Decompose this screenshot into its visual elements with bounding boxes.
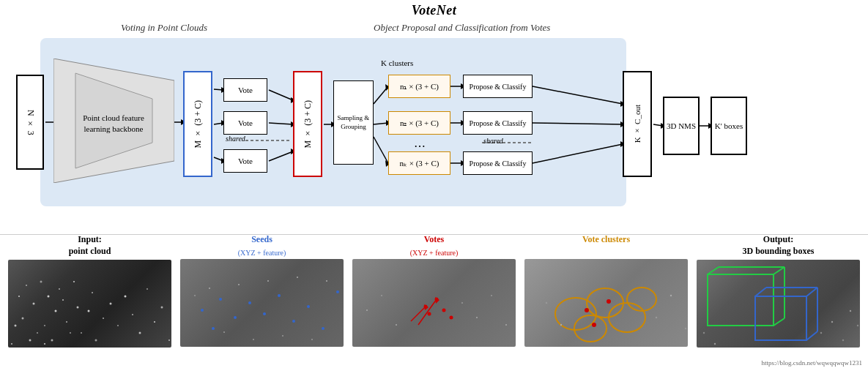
svg-point-59: [62, 299, 64, 301]
vote-box-1: Vote: [223, 78, 267, 102]
backbone-svg: Point cloud feature learning backbone: [53, 59, 174, 183]
votes-image: [352, 259, 516, 347]
svg-point-61: [73, 281, 75, 282]
svg-point-105: [449, 315, 453, 319]
svg-point-79: [168, 339, 170, 341]
svg-point-63: [14, 325, 16, 327]
svg-point-47: [32, 303, 34, 305]
svg-point-84: [212, 327, 215, 330]
svg-point-72: [117, 325, 119, 326]
seeds-image: [180, 259, 344, 347]
svg-point-95: [253, 339, 254, 340]
vote-box-3: Vote: [223, 149, 267, 173]
seeds-sublabel: (XYZ + feature): [238, 249, 286, 257]
svg-point-64: [81, 332, 82, 334]
cluster-box-k: nₖ × (3 + C): [388, 151, 450, 175]
shared-label-1: shared: [226, 135, 245, 143]
vote-box-2: Vote: [223, 111, 267, 135]
svg-point-118: [587, 288, 623, 318]
input-image: [8, 260, 171, 348]
svg-point-142: [703, 332, 705, 334]
svg-point-56: [70, 332, 71, 334]
svg-point-96: [267, 280, 269, 282]
svg-rect-136: [755, 296, 806, 340]
svg-line-132: [774, 267, 784, 274]
voting-label: Voting in Point Clouds: [121, 22, 207, 34]
svg-point-53: [47, 296, 49, 298]
svg-point-54: [59, 288, 60, 290]
svg-point-144: [820, 332, 822, 334]
svg-point-89: [322, 327, 324, 330]
svg-rect-130: [708, 274, 774, 326]
bottom-area: Input: point cloud: [0, 234, 868, 368]
k-clusters-label: K clusters: [381, 59, 413, 67]
svg-line-138: [806, 288, 817, 296]
svg-point-69: [44, 343, 45, 345]
svg-point-83: [248, 301, 251, 304]
svg-line-106: [411, 307, 426, 321]
svg-point-113: [461, 302, 463, 304]
svg-point-52: [37, 332, 38, 334]
svg-point-121: [627, 288, 656, 311]
svg-point-48: [44, 325, 45, 326]
cluster-box-1: n₁ × (3 + C): [388, 75, 450, 98]
svg-point-86: [278, 294, 281, 297]
svg-point-104: [442, 308, 445, 312]
svg-point-50: [66, 321, 67, 323]
bottom-clusters: Vote clusters: [520, 234, 692, 368]
svg-point-92: [209, 288, 210, 289]
svg-point-122: [585, 308, 589, 312]
clusters-circles: [524, 259, 688, 347]
svg-line-139: [806, 331, 817, 340]
svg-point-100: [326, 280, 327, 282]
sg-box: Sampling & Grouping: [333, 80, 374, 165]
svg-point-77: [154, 321, 155, 323]
nms-box: 3D NMS: [663, 97, 700, 155]
svg-line-42: [653, 124, 663, 126]
seeds-dots: [180, 259, 344, 347]
votes-sublabel: (XYZ + feature): [410, 249, 459, 257]
svg-point-58: [51, 339, 53, 342]
bottom-input: Input: point cloud: [4, 234, 176, 368]
output-image: [697, 260, 860, 348]
svg-point-91: [194, 295, 196, 296]
svg-point-57: [18, 296, 20, 297]
svg-point-94: [238, 284, 240, 285]
svg-point-78: [160, 307, 163, 309]
svg-point-88: [307, 305, 310, 308]
svg-point-82: [234, 316, 237, 319]
svg-point-87: [292, 320, 295, 323]
svg-point-111: [381, 295, 382, 296]
svg-point-124: [592, 323, 596, 327]
svg-point-46: [21, 318, 23, 320]
input-label: Input: point cloud: [69, 234, 111, 257]
svg-point-114: [476, 317, 478, 318]
url-text: https://blog.csdn.net/wqwqqwqw1231: [762, 359, 863, 367]
svg-text:learning backbone: learning backbone: [84, 124, 144, 133]
nx3-box: N × 3: [16, 75, 44, 170]
svg-point-85: [263, 312, 266, 315]
votes-label: Votes: [424, 234, 445, 246]
votes-dots: [352, 259, 516, 347]
svg-point-126: [560, 323, 562, 325]
svg-point-115: [491, 295, 492, 296]
svg-point-103: [427, 312, 431, 315]
svg-point-123: [607, 299, 611, 304]
svg-point-65: [87, 310, 89, 312]
svg-text:Point cloud feature: Point cloud feature: [83, 113, 144, 122]
svg-point-80: [201, 309, 204, 312]
pc-box-2: Propose & Classify: [463, 111, 533, 135]
svg-point-75: [138, 332, 141, 334]
svg-point-67: [11, 343, 12, 345]
diagram-area: Voting in Point Clouds Object Proposal a…: [7, 16, 861, 232]
mxc-left-box: M × (3 + C): [183, 71, 212, 177]
svg-point-93: [223, 331, 225, 333]
svg-point-70: [103, 318, 104, 319]
bottom-seeds: Seeds (XYZ + feature): [176, 234, 348, 368]
svg-point-145: [831, 321, 833, 323]
svg-point-146: [842, 339, 844, 341]
svg-point-125: [546, 301, 547, 303]
svg-point-110: [366, 309, 368, 311]
svg-point-97: [282, 335, 283, 337]
svg-point-148: [857, 325, 858, 326]
